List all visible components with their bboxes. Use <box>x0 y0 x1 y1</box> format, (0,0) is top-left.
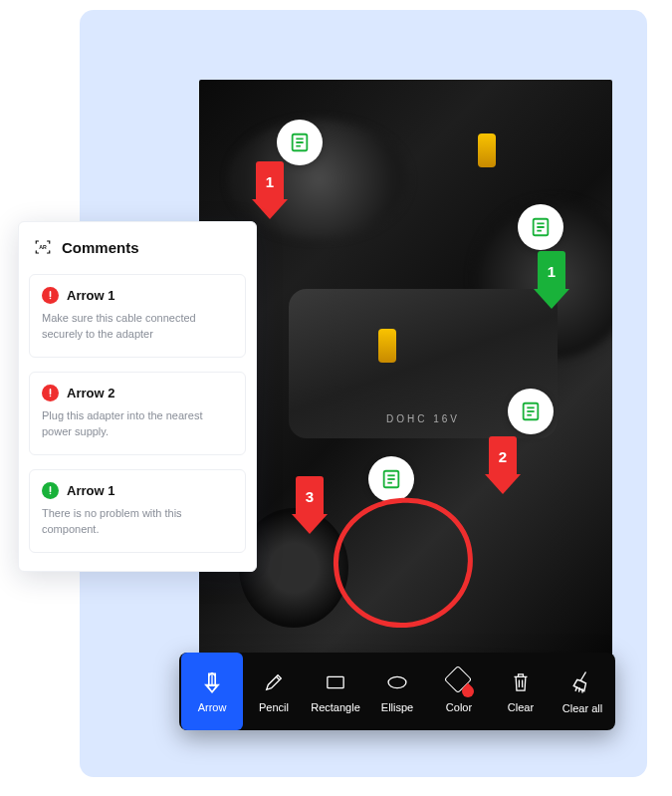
svg-rect-20 <box>328 676 343 687</box>
note-icon <box>289 132 311 153</box>
annotated-image-view[interactable]: DOHC 16V 1 1 2 3 <box>199 80 612 658</box>
svg-point-19 <box>50 493 52 495</box>
annotation-arrow-red[interactable]: 2 <box>486 436 520 494</box>
rectangle-icon <box>323 669 348 695</box>
annotation-arrow-red[interactable]: 1 <box>253 161 287 219</box>
comments-header: AR Comments <box>19 222 256 270</box>
note-icon <box>530 216 552 238</box>
svg-text:AR: AR <box>39 244 47 250</box>
note-marker[interactable] <box>518 204 563 250</box>
note-marker[interactable] <box>508 389 554 434</box>
annotation-arrow-red[interactable]: 3 <box>293 476 327 534</box>
comment-title: Arrow 1 <box>67 288 114 303</box>
comment-card[interactable]: Arrow 2 Plug this adapter into the neare… <box>29 372 246 455</box>
annotation-freehand-circle[interactable] <box>330 493 478 632</box>
comment-body: There is no problem with this component. <box>42 506 233 538</box>
comment-card[interactable]: Arrow 1 There is no problem with this co… <box>29 469 246 553</box>
comment-body: Make sure this cable connected securely … <box>42 311 233 343</box>
note-icon <box>380 468 402 490</box>
svg-point-21 <box>388 676 406 687</box>
broom-icon <box>568 668 596 696</box>
note-marker[interactable] <box>277 120 323 165</box>
arrow-number: 3 <box>306 488 314 505</box>
arrow-number: 1 <box>266 173 274 190</box>
tool-label: Clear all <box>562 702 602 714</box>
tool-label: Arrow <box>198 701 227 713</box>
tool-arrow[interactable]: Arrow <box>181 653 243 730</box>
tool-label: Ellispe <box>381 701 413 713</box>
comments-panel: AR Comments Arrow 1 Make sure this cable… <box>18 221 257 572</box>
annotation-toolbar: Arrow Pencil Rectangle Ellispe Color Cle… <box>179 653 615 730</box>
svg-point-18 <box>50 396 52 398</box>
engine-cap <box>478 133 496 167</box>
tool-label: Color <box>446 701 472 713</box>
tool-ellipse[interactable]: Ellispe <box>366 653 428 730</box>
comment-card[interactable]: Arrow 1 Make sure this cable connected s… <box>29 274 246 358</box>
tool-clear-all[interactable]: Clear all <box>552 653 613 730</box>
tool-rectangle[interactable]: Rectangle <box>305 653 366 730</box>
tool-label: Pencil <box>259 701 289 713</box>
trash-icon <box>508 669 534 695</box>
tool-color[interactable]: Color <box>428 653 490 730</box>
color-icon <box>446 669 472 695</box>
tool-pencil[interactable]: Pencil <box>243 653 305 730</box>
arrow-number: 2 <box>499 448 507 465</box>
tool-label: Rectangle <box>311 701 360 713</box>
engine-cap <box>378 329 396 363</box>
pencil-icon <box>261 669 287 695</box>
engine-cover-label: DOHC 16V <box>386 413 460 424</box>
comment-body: Plug this adapter into the nearest power… <box>42 408 233 440</box>
ellipse-icon <box>384 669 410 695</box>
note-marker[interactable] <box>368 456 414 502</box>
tool-label: Clear <box>508 701 534 713</box>
comment-title: Arrow 1 <box>67 483 114 498</box>
ar-icon: AR <box>34 238 52 256</box>
arrow-down-icon <box>199 669 225 695</box>
comments-title: Comments <box>62 239 139 256</box>
tool-clear[interactable]: Clear <box>490 653 552 730</box>
svg-point-17 <box>50 298 52 300</box>
ok-icon <box>42 482 59 499</box>
alert-icon <box>42 385 59 401</box>
arrow-number: 1 <box>548 263 556 280</box>
note-icon <box>520 400 542 422</box>
comment-title: Arrow 2 <box>67 386 114 400</box>
alert-icon <box>42 287 59 304</box>
annotation-arrow-green[interactable]: 1 <box>535 251 568 309</box>
